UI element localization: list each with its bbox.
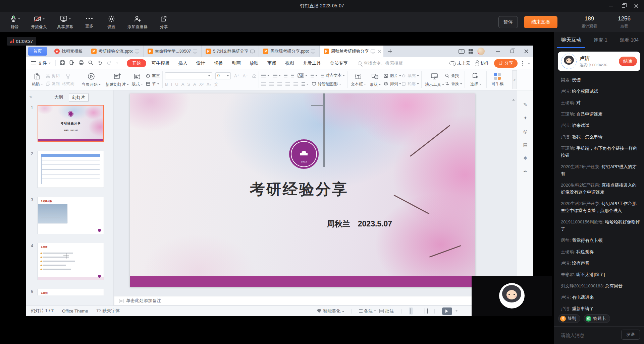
mute-button[interactable]: 静音 xyxy=(9,14,21,30)
line-spacing-button[interactable] xyxy=(302,82,308,86)
effects-pane-icon[interactable]: ✦ xyxy=(523,115,527,121)
font-style-button[interactable]: X² xyxy=(199,82,204,87)
select-button[interactable]: 选择 xyxy=(467,70,484,89)
ribbon-tab[interactable]: 可牛模板 xyxy=(152,60,170,66)
slide-thumbnail-3[interactable]: 1.明确目标 xyxy=(38,197,104,234)
tab-slides[interactable]: 幻灯片 xyxy=(69,93,89,102)
play-from-current-button[interactable]: 当页开始 xyxy=(82,70,101,89)
ribbon-tab[interactable]: 切换 xyxy=(214,60,223,66)
present-tools-button[interactable]: 演示工具 xyxy=(424,70,445,89)
position-pane-icon[interactable]: ◎ xyxy=(523,129,527,134)
smart-beautify-button[interactable]: 智能美化 xyxy=(317,308,344,314)
more-button[interactable]: 更多 xyxy=(83,14,95,29)
to-smartart-button[interactable]: 转智能图形 xyxy=(312,81,341,87)
tab-chat[interactable]: 聊天互动 xyxy=(561,37,581,43)
align-right-button[interactable] xyxy=(277,82,282,86)
slide-thumbnail-2[interactable] xyxy=(38,151,104,188)
doc-tab-4[interactable]: P 周欣瑶考研分享.pptx xyxy=(259,46,320,57)
doc-tab-2[interactable]: P 生命科学学...30507 xyxy=(144,46,202,57)
restore-button[interactable] xyxy=(619,2,629,10)
add-slide-button[interactable] xyxy=(62,252,70,260)
user-avatar[interactable] xyxy=(477,48,485,55)
end-live-button[interactable]: 结束直播 xyxy=(524,16,557,28)
command-search-input[interactable] xyxy=(364,61,414,66)
ribbon-tab[interactable]: 插入 xyxy=(178,60,187,66)
bullets-button[interactable] xyxy=(261,74,269,77)
ribbon-tab[interactable]: 设计 xyxy=(196,60,205,66)
reference-pane-icon[interactable]: ❖ xyxy=(523,155,528,161)
notes-toggle-button[interactable]: 备注 xyxy=(359,308,376,314)
comments-button[interactable]: 批注 xyxy=(379,308,394,314)
comment-pane-icon[interactable]: ▤ xyxy=(523,142,527,147)
text-direction-button[interactable]: AB xyxy=(298,73,307,78)
vertical-scrollbar[interactable] xyxy=(512,93,516,293)
align-text-button[interactable]: 对齐文本 xyxy=(321,73,345,78)
slide-thumbnail-5[interactable]: 3.政治 xyxy=(38,289,104,295)
slideshow-play-button[interactable] xyxy=(442,307,452,315)
presenter-camera-overlay[interactable] xyxy=(472,276,552,316)
minimize-button[interactable] xyxy=(606,2,616,10)
textbox-button[interactable]: 文本框 xyxy=(350,70,367,89)
reading-view-button[interactable] xyxy=(423,307,427,315)
picture-button[interactable]: 图片 xyxy=(383,73,401,79)
cut-button[interactable]: 剪切 xyxy=(46,73,60,79)
redo-button[interactable] xyxy=(107,60,112,66)
close-button[interactable] xyxy=(631,2,641,10)
send-button[interactable]: 发送 xyxy=(621,330,640,340)
doc-tab-docer[interactable]: v 找稻壳模板 xyxy=(50,46,87,57)
answer-card-button[interactable]: 答题卡 xyxy=(584,314,610,323)
new-slide-button[interactable]: 新建幻灯片 xyxy=(106,70,129,89)
apps-grid-icon[interactable] xyxy=(469,49,473,54)
copy-button[interactable]: 复制 xyxy=(46,81,60,87)
replace-button[interactable]: 替换 xyxy=(445,81,462,87)
cloud-status[interactable]: 未上云 xyxy=(449,60,470,66)
font-style-button[interactable]: X₂ xyxy=(207,82,211,87)
print-button[interactable] xyxy=(78,60,84,66)
missing-font-warning[interactable]: 缺失字体 xyxy=(102,308,120,314)
scroll-up-icon[interactable] xyxy=(512,92,515,100)
add-live-group-button[interactable]: 添加直播群 xyxy=(127,14,148,30)
section-button[interactable]: 节 xyxy=(146,81,160,87)
ribbon-tab[interactable]: 视图 xyxy=(285,60,294,66)
style-pane-icon[interactable]: ✎ xyxy=(523,102,527,107)
doc-tab-1[interactable]: P 考研经验交流.pptx xyxy=(87,46,144,57)
current-slide[interactable]: 1932 考研经验分享 周秋兰 2023.5.07 xyxy=(130,93,475,287)
ribbon-tab[interactable]: 放映 xyxy=(250,60,259,66)
paste-button[interactable]: 粘贴 xyxy=(29,70,46,89)
keniu-template-button[interactable]: 可牛模 xyxy=(489,70,506,89)
collapse-ribbon-icon[interactable] xyxy=(528,62,530,64)
ribbon-tab[interactable]: 审阅 xyxy=(267,60,276,66)
fill-button[interactable]: 填充 xyxy=(401,73,419,79)
chat-message-list[interactable]: 梁素恍惚 卢洁给个权限试试 王珺瑜对 王珺瑜自己申请连麦 卢洁谁来试试 卢洁教我… xyxy=(561,76,641,313)
share-button[interactable]: 分享 xyxy=(158,14,170,30)
screen-share-button[interactable]: 共享屏幕 xyxy=(57,14,73,30)
wps-home-tab[interactable]: 首页 xyxy=(28,47,47,56)
collaborate-button[interactable]: 协作 xyxy=(475,60,489,66)
doc-tab-3[interactable]: P 5.7刘文静保研分享 xyxy=(202,46,259,57)
increase-indent-button[interactable] xyxy=(291,74,294,77)
tab-mic-link[interactable]: 连麦·1 xyxy=(594,37,607,43)
decrease-font-button[interactable]: A⁻ xyxy=(243,73,248,78)
pause-live-button[interactable]: 暂停 xyxy=(498,16,518,28)
hamburger-icon[interactable] xyxy=(31,61,36,65)
align-left-button[interactable] xyxy=(261,82,266,86)
export-button[interactable] xyxy=(69,60,74,66)
workspace-icon[interactable]: 5 xyxy=(459,49,465,54)
more-menu-icon[interactable] xyxy=(522,61,523,66)
wps-close-button[interactable] xyxy=(521,47,531,56)
doc-tab-active[interactable]: P 周秋兰考研经验分享 xyxy=(320,46,383,57)
ribbon-tab[interactable]: 会员专享 xyxy=(330,60,348,66)
font-size-select[interactable]: 0 xyxy=(215,72,231,79)
sign-pane-icon[interactable]: ✒ xyxy=(523,169,527,174)
numbering-button[interactable] xyxy=(273,74,281,77)
ribbon-expand-button[interactable]: > xyxy=(512,70,517,89)
wps-restore-button[interactable] xyxy=(507,47,517,56)
theme-name[interactable]: Office Theme xyxy=(62,308,88,314)
wps-share-button[interactable]: 分享 xyxy=(494,59,518,68)
clear-format-button[interactable] xyxy=(251,73,256,78)
chevron-down-icon[interactable] xyxy=(455,311,458,313)
layout-button[interactable]: 版式 xyxy=(129,70,146,89)
chevron-down-icon[interactable] xyxy=(116,63,118,65)
sign-in-button[interactable]: 签到 xyxy=(558,314,580,323)
settings-button[interactable]: 设置 xyxy=(105,14,117,30)
